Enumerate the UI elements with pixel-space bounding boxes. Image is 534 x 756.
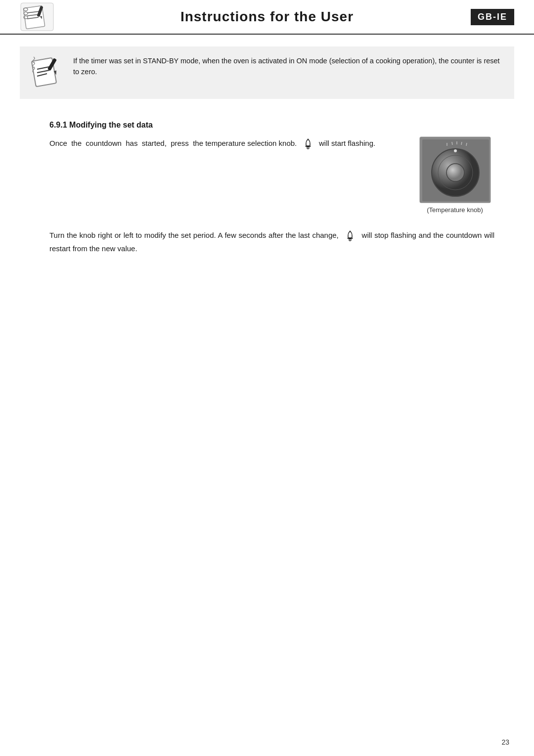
svg-line-21 xyxy=(452,142,452,145)
image-column: (Temperature knob) xyxy=(415,136,494,214)
svg-point-16 xyxy=(307,147,309,149)
paragraph-2: Turn the knob right or left to modify th… xyxy=(49,228,494,255)
notice-box: If the timer was set in STAND-BY mode, w… xyxy=(20,46,514,99)
section-number: 6.9.1 xyxy=(49,121,67,129)
main-content: 6.9.1 Modifying the set data Once the co… xyxy=(0,111,534,285)
notice-icon xyxy=(30,55,64,90)
svg-point-28 xyxy=(454,149,457,152)
content-two-col: Once the countdown has started, press th… xyxy=(49,136,494,214)
logo-icon xyxy=(20,2,54,32)
header-logo xyxy=(20,2,54,32)
svg-point-29 xyxy=(349,239,351,241)
section-heading: 6.9.1 Modifying the set data xyxy=(49,121,494,130)
svg-line-23 xyxy=(461,142,462,145)
bell-icon-1 xyxy=(303,138,313,149)
section-title: Modifying the set data xyxy=(69,121,153,129)
paragraph-1-part2: will start flashing. xyxy=(319,139,375,147)
svg-point-27 xyxy=(446,164,464,181)
knob-svg xyxy=(420,137,491,203)
language-badge: GB-IE xyxy=(471,9,514,25)
bell-icon-2 xyxy=(345,230,356,241)
text-column: Once the countdown has started, press th… xyxy=(49,136,400,150)
page-header: Instructions for the User GB-IE xyxy=(0,0,534,35)
image-caption: (Temperature knob) xyxy=(427,206,483,214)
page-number: 23 xyxy=(501,738,509,746)
svg-line-24 xyxy=(466,143,467,146)
paragraph-1: Once the countdown has started, press th… xyxy=(49,136,400,150)
notice-icon-svg xyxy=(30,55,64,90)
page-title: Instructions for the User xyxy=(180,9,354,25)
notice-text: If the timer was set in STAND-BY mode, w… xyxy=(73,55,504,78)
temperature-knob-image xyxy=(419,136,491,203)
